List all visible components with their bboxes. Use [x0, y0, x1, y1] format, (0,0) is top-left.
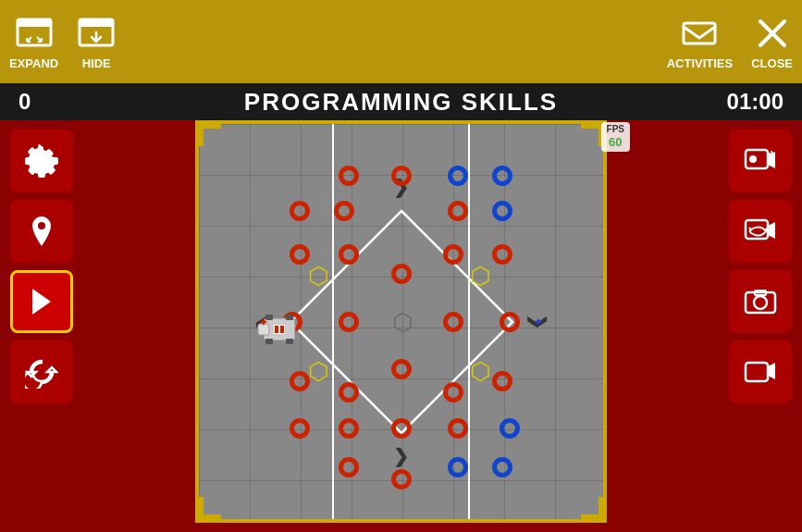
topbar: EXPAND HIDE ACTIVITIES CLOSE [0, 0, 802, 83]
corner-br [581, 497, 603, 519]
ring-red [339, 166, 359, 186]
fps-value: 60 [609, 135, 622, 150]
ring-red [492, 244, 512, 265]
svg-rect-17 [275, 326, 278, 333]
ring-red [448, 418, 468, 439]
expand-button[interactable]: EXPAND [9, 14, 58, 70]
game-field: ❯ ❯ ❯ ❯ [195, 120, 607, 523]
right-sidebar [719, 83, 802, 532]
ring-blue [500, 418, 520, 439]
svg-rect-1 [18, 19, 51, 27]
snapshot-button[interactable] [729, 270, 792, 333]
ring-blue [492, 201, 512, 221]
main-area: 0 PROGRAMMING SKILLS 01:00 [0, 83, 802, 532]
activities-button[interactable]: ACTIVITIES [667, 14, 734, 70]
svg-rect-14 [286, 315, 293, 320]
svg-rect-15 [286, 339, 293, 344]
ring-red [448, 201, 468, 221]
ring-blue [448, 457, 468, 477]
close-label: CLOSE [751, 56, 793, 70]
ring-blue [492, 457, 512, 477]
corner-tl [199, 124, 221, 146]
ring-red [443, 312, 463, 332]
record-stream-button[interactable] [729, 130, 792, 192]
svg-rect-4 [684, 23, 715, 43]
fps-counter: FPS 60 [601, 122, 630, 152]
ring-red [334, 201, 354, 221]
hide-button[interactable]: HIDE [77, 14, 116, 70]
ring-red [339, 382, 359, 402]
hide-label: HIDE [82, 56, 111, 70]
hex-yellow: ⬡ [308, 262, 332, 286]
ring-red [391, 359, 412, 379]
hex-yellow: ⬡ [470, 262, 494, 286]
video-record-button[interactable] [729, 340, 792, 403]
hex-yellow: ⬡ [470, 357, 494, 381]
topbar-left: EXPAND HIDE [9, 14, 116, 70]
ring-red [290, 244, 310, 265]
ring-red [290, 418, 310, 439]
activities-label: ACTIVITIES [667, 56, 734, 70]
refresh-button[interactable] [10, 340, 73, 403]
svg-rect-3 [80, 19, 113, 27]
corner-bl [199, 497, 221, 519]
ring-red [290, 371, 310, 391]
ring-red [339, 457, 359, 477]
topbar-right: ACTIVITIES CLOSE [667, 14, 793, 70]
score-display: 0 [19, 89, 93, 115]
svg-rect-27 [746, 363, 768, 381]
svg-point-21 [749, 155, 757, 163]
corner-tr [581, 124, 603, 146]
star-marker-left: ✦ [258, 315, 269, 329]
svg-point-25 [754, 296, 767, 309]
game-title: PROGRAMMING SKILLS [244, 88, 558, 117]
location-button[interactable] [10, 200, 73, 263]
ring-red [391, 418, 412, 439]
hex-dark2: ⬡ [392, 307, 413, 336]
left-sidebar [0, 83, 83, 532]
ring-red [339, 312, 359, 332]
chevron-bottom: ❯ [393, 445, 409, 467]
game-field-container: FPS 60 ❯ ❯ ❯ ❯ [83, 83, 719, 532]
svg-marker-8 [32, 289, 51, 315]
timer-display: 01:00 [709, 89, 783, 115]
hex-yellow: ⬡ [308, 357, 332, 381]
ring-red [443, 244, 463, 265]
settings-button[interactable] [10, 130, 73, 192]
ring-red [339, 418, 359, 439]
close-button[interactable]: CLOSE [751, 14, 793, 70]
play-button[interactable] [10, 270, 73, 333]
fps-label: FPS [607, 124, 624, 135]
ring-blue [492, 166, 512, 186]
ring-blue [448, 166, 468, 186]
ring-red [391, 166, 412, 186]
svg-rect-18 [280, 326, 284, 333]
camera-rotate-button[interactable] [729, 200, 792, 263]
ring-red [500, 312, 520, 332]
ring-red [492, 371, 512, 391]
ring-red [391, 264, 412, 284]
scorebar: 0 PROGRAMMING SKILLS 01:00 [0, 83, 802, 120]
ring-red [339, 244, 359, 265]
svg-rect-13 [265, 339, 273, 344]
ring-red [443, 382, 463, 402]
star-marker-right: ✦ [533, 315, 544, 329]
ring-red [290, 201, 310, 221]
ring-red [391, 469, 412, 489]
expand-label: EXPAND [9, 56, 58, 70]
